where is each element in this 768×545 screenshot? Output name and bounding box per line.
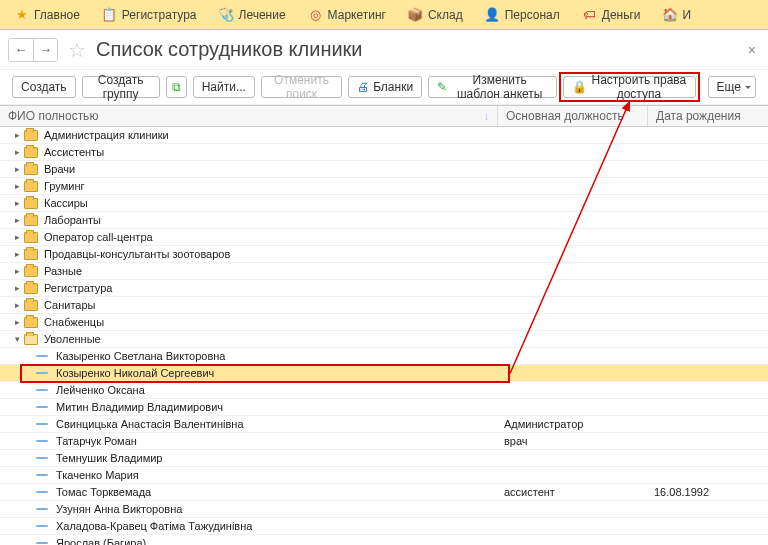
forward-button[interactable]: → xyxy=(33,39,57,61)
table-row[interactable]: ▸Регистратура xyxy=(0,280,768,297)
nav-history: ← → xyxy=(8,38,58,62)
folder-icon xyxy=(24,164,38,175)
copy-button[interactable]: ⧉ xyxy=(166,76,187,98)
folder-label: Снабженцы xyxy=(44,316,104,328)
folder-open-icon xyxy=(24,334,38,345)
table-row[interactable]: Казыренко Светлана Викторовна xyxy=(0,348,768,365)
expander-icon[interactable]: ▸ xyxy=(12,215,22,225)
tab-label: Персонал xyxy=(505,8,560,22)
column-name[interactable]: ФИО полностью ↓ xyxy=(0,106,498,126)
item-icon xyxy=(36,372,48,374)
item-icon xyxy=(36,525,48,527)
table-row[interactable]: ▸Снабженцы xyxy=(0,314,768,331)
folder-label: Продавцы-консультанты зоотоваров xyxy=(44,248,230,260)
top-tab-1[interactable]: 📋Регистратура xyxy=(92,0,207,29)
table-row[interactable]: ▸Врачи xyxy=(0,161,768,178)
folder-label: Оператор call-центра xyxy=(44,231,153,243)
expander-icon[interactable]: ▸ xyxy=(12,147,22,157)
table-row[interactable]: ▸Лаборанты xyxy=(0,212,768,229)
table-row[interactable]: Ткаченко Мария xyxy=(0,467,768,484)
employee-tree[interactable]: ▸Администрация клиники▸Ассистенты▸Врачи▸… xyxy=(0,127,768,545)
table-row[interactable]: Свинцицька Анастасія ВалентинівнаАдминис… xyxy=(0,416,768,433)
person-name: Свинцицька Анастасія Валентинівна xyxy=(56,418,244,430)
table-row[interactable]: ▾Уволенные xyxy=(0,331,768,348)
copy-icon: ⧉ xyxy=(172,80,181,94)
access-rights-button[interactable]: 🔒Настроить права доступа xyxy=(563,76,695,98)
folder-label: Ассистенты xyxy=(44,146,104,158)
find-button[interactable]: Найти... xyxy=(193,76,255,98)
table-row[interactable]: ▸Разные xyxy=(0,263,768,280)
folder-icon xyxy=(24,317,38,328)
expander-icon[interactable]: ▸ xyxy=(12,181,22,191)
table-row[interactable]: Томас Торквемадаассистент16.08.1992 xyxy=(0,484,768,501)
folder-label: Врачи xyxy=(44,163,75,175)
table-row[interactable]: ▸Кассиры xyxy=(0,195,768,212)
table-row[interactable]: Козыренко Николай Сергеевич xyxy=(0,365,768,382)
folder-label: Груминг xyxy=(44,180,85,192)
expander-icon[interactable]: ▸ xyxy=(12,130,22,140)
table-row[interactable]: Татарчук Романврач xyxy=(0,433,768,450)
top-tab-0[interactable]: ★Главное xyxy=(4,0,90,29)
top-tab-3[interactable]: ◎Маркетинг xyxy=(298,0,396,29)
person-name: Козыренко Николай Сергеевич xyxy=(56,367,214,379)
folder-icon xyxy=(24,283,38,294)
table-row[interactable]: ▸Ассистенты xyxy=(0,144,768,161)
person-position: Администратор xyxy=(498,418,648,430)
top-tab-2[interactable]: 🩺Лечение xyxy=(209,0,296,29)
table-row[interactable]: ▸Администрация клиники xyxy=(0,127,768,144)
table-row[interactable]: ▸Оператор call-центра xyxy=(0,229,768,246)
create-button[interactable]: Создать xyxy=(12,76,76,98)
table-row[interactable]: Митин Владимир Владимирович xyxy=(0,399,768,416)
column-birth[interactable]: Дата рождения xyxy=(648,106,768,126)
top-tab-6[interactable]: 🏷Деньги xyxy=(572,0,651,29)
folder-icon xyxy=(24,198,38,209)
close-button[interactable]: × xyxy=(744,38,760,62)
column-position[interactable]: Основная должность xyxy=(498,106,648,126)
edit-template-button[interactable]: ✎Изменить шаблон анкеты xyxy=(428,76,557,98)
tab-label: Регистратура xyxy=(122,8,197,22)
person-name: Ярослав (Багира) xyxy=(56,537,146,545)
expander-icon[interactable]: ▸ xyxy=(12,283,22,293)
main-menu: ★Главное📋Регистратура🩺Лечение◎Маркетинг📦… xyxy=(0,0,768,30)
folder-icon xyxy=(24,300,38,311)
favorite-star-icon[interactable]: ☆ xyxy=(68,38,86,62)
item-icon xyxy=(36,423,48,425)
table-row[interactable]: Ярослав (Багира) xyxy=(0,535,768,545)
table-row[interactable]: Халадова-Кравец Фатіма Тажудинівна xyxy=(0,518,768,535)
item-icon xyxy=(36,474,48,476)
expander-icon[interactable]: ▸ xyxy=(12,232,22,242)
expander-icon[interactable]: ▸ xyxy=(12,164,22,174)
back-button[interactable]: ← xyxy=(9,39,33,61)
expander-icon[interactable]: ▾ xyxy=(12,334,22,344)
more-button[interactable]: Еще xyxy=(708,76,756,98)
person-position: врач xyxy=(498,435,648,447)
table-row[interactable]: Темнушик Владимир xyxy=(0,450,768,467)
expander-icon[interactable]: ▸ xyxy=(12,300,22,310)
person-name: Татарчук Роман xyxy=(56,435,137,447)
cancel-search-button[interactable]: Отменить поиск xyxy=(261,76,342,98)
item-icon xyxy=(36,508,48,510)
top-tab-5[interactable]: 👤Персонал xyxy=(475,0,570,29)
table-row[interactable]: ▸Груминг xyxy=(0,178,768,195)
expander-icon[interactable]: ▸ xyxy=(12,198,22,208)
page-header: ← → ☆ Список сотрудников клиники × xyxy=(0,30,768,70)
table-row[interactable]: Лейченко Оксана xyxy=(0,382,768,399)
top-tab-7[interactable]: 🏠И xyxy=(653,0,702,29)
person-name: Темнушик Владимир xyxy=(56,452,162,464)
expander-icon[interactable]: ▸ xyxy=(12,317,22,327)
table-row[interactable]: Узунян Анна Викторовна xyxy=(0,501,768,518)
tab-label: Маркетинг xyxy=(328,8,386,22)
expander-icon[interactable]: ▸ xyxy=(12,266,22,276)
folder-label: Лаборанты xyxy=(44,214,101,226)
blanks-button[interactable]: 🖨Бланки xyxy=(348,76,422,98)
item-icon xyxy=(36,542,48,544)
expander-icon[interactable]: ▸ xyxy=(12,249,22,259)
item-icon xyxy=(36,457,48,459)
table-row[interactable]: ▸Продавцы-консультанты зоотоваров xyxy=(0,246,768,263)
toolbar: Создать Создать группу ⧉ Найти... Отмени… xyxy=(0,70,768,105)
create-group-button[interactable]: Создать группу xyxy=(82,76,160,98)
person-name: Лейченко Оксана xyxy=(56,384,145,396)
table-row[interactable]: ▸Санитары xyxy=(0,297,768,314)
folder-icon xyxy=(24,232,38,243)
top-tab-4[interactable]: 📦Склад xyxy=(398,0,473,29)
